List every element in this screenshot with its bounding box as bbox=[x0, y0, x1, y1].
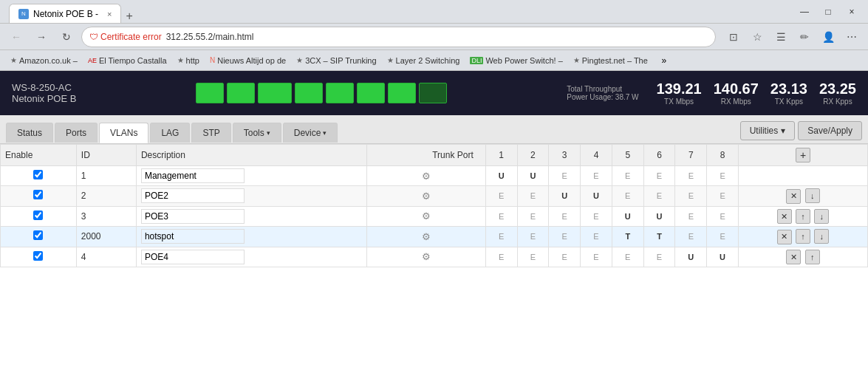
maximize-button[interactable]: □ bbox=[818, 4, 838, 19]
enable-checkbox-2[interactable] bbox=[33, 190, 43, 199]
bookmark-webpower[interactable]: DLI Web Power Switch! – bbox=[465, 55, 567, 66]
device-header: WS-8-250-AC Netonix POE B Total Throughp… bbox=[0, 71, 868, 115]
col-port-7: 7 bbox=[675, 145, 707, 166]
enable-checkbox-3[interactable] bbox=[33, 210, 43, 220]
port-1-8: E bbox=[707, 166, 739, 186]
settings-button[interactable]: ☰ bbox=[770, 27, 791, 47]
actions-2: ✕ ↓ bbox=[738, 186, 867, 207]
bookmark-3cx-star-icon: ★ bbox=[296, 56, 303, 64]
enable-checkbox-5[interactable] bbox=[33, 251, 43, 261]
bookmark-button[interactable]: ☆ bbox=[747, 27, 768, 47]
bookmark-amazon[interactable]: ★ Amazon.co.uk – bbox=[6, 55, 82, 66]
port-3-6: U bbox=[643, 206, 675, 227]
move-up-row-5-button[interactable]: ↑ bbox=[805, 250, 820, 264]
gear-icon-2[interactable]: ⚙ bbox=[422, 191, 431, 202]
enable-cell-4 bbox=[1, 227, 77, 247]
move-down-row-2-button[interactable]: ↓ bbox=[805, 188, 820, 203]
reader-mode-button[interactable]: ⊡ bbox=[723, 27, 744, 47]
port-indicator-1 bbox=[196, 83, 224, 103]
delete-row-5-button[interactable]: ✕ bbox=[786, 250, 801, 264]
back-button[interactable]: ← bbox=[6, 27, 27, 47]
tab-device[interactable]: Device ▾ bbox=[283, 123, 338, 143]
enable-checkbox-4[interactable] bbox=[33, 230, 43, 240]
gear-icon-4[interactable]: ⚙ bbox=[422, 231, 431, 242]
tab-close-button[interactable]: × bbox=[107, 10, 112, 18]
delete-row-4-button[interactable]: ✕ bbox=[777, 230, 792, 244]
customize-button[interactable]: ✏ bbox=[794, 27, 815, 47]
delete-row-2-button[interactable]: ✕ bbox=[786, 189, 801, 204]
gear-icon-5[interactable]: ⚙ bbox=[422, 251, 431, 262]
cert-error-indicator: 🛡 Certificate error bbox=[89, 32, 162, 42]
col-port-2: 2 bbox=[517, 145, 549, 166]
stats-right: 139.21 TX Mbps 140.67 RX Mbps 23.13 TX K… bbox=[657, 81, 856, 106]
bookmark-n-icon: N bbox=[210, 56, 215, 64]
desc-input-1[interactable] bbox=[141, 168, 245, 183]
delete-row-3-button[interactable]: ✕ bbox=[777, 209, 792, 224]
tab-status[interactable]: Status bbox=[6, 123, 53, 143]
id-cell-3: 3 bbox=[76, 206, 136, 227]
port-4-7: E bbox=[675, 227, 707, 247]
port-1-3: E bbox=[549, 166, 581, 186]
window-controls: — □ × bbox=[794, 4, 862, 19]
bookmark-layer2[interactable]: ★ Layer 2 Switching bbox=[383, 55, 465, 66]
rx-kpps-value: 23.25 bbox=[819, 81, 856, 97]
action-buttons: Utilities ▾ Save/Apply bbox=[740, 121, 862, 143]
trunk-cell-1: ⚙ bbox=[367, 166, 485, 186]
desc-cell-3 bbox=[136, 206, 366, 227]
add-vlan-button[interactable]: + bbox=[796, 148, 810, 162]
tx-mbps-value: 139.21 bbox=[657, 81, 702, 97]
desc-cell-2 bbox=[136, 186, 366, 207]
gear-icon-3[interactable]: ⚙ bbox=[422, 210, 431, 222]
move-up-row-3-button[interactable]: ↑ bbox=[796, 209, 810, 224]
port-5-7: U bbox=[675, 247, 707, 267]
move-up-row-4-button[interactable]: ↑ bbox=[796, 229, 810, 244]
move-down-row-4-button[interactable]: ↓ bbox=[814, 229, 829, 244]
device-model: WS-8-250-AC bbox=[12, 82, 76, 93]
col-port-8: 8 bbox=[707, 145, 739, 166]
bookmark-nieuws[interactable]: N Nieuws Altijd op de bbox=[205, 55, 290, 66]
rx-mbps-label: RX Mbps bbox=[721, 97, 751, 106]
move-down-row-3-button[interactable]: ↓ bbox=[814, 209, 829, 224]
tab-lag[interactable]: LAG bbox=[150, 123, 190, 143]
save-apply-button[interactable]: Save/Apply bbox=[798, 121, 862, 140]
port-4-2: E bbox=[517, 227, 549, 247]
bookmark-http[interactable]: ★ http bbox=[173, 55, 204, 66]
power-label: Power Usage: 38.7 W bbox=[567, 93, 638, 101]
enable-cell-5 bbox=[1, 247, 77, 267]
port-3-3: E bbox=[549, 206, 581, 227]
tab-vlans[interactable]: VLANs bbox=[99, 123, 148, 143]
tab-tools[interactable]: Tools ▾ bbox=[233, 123, 281, 143]
bookmark-dli-icon: DLI bbox=[470, 57, 483, 64]
main-nav: Status Ports VLANs LAG STP Tools ▾ Devic… bbox=[0, 115, 868, 144]
desc-input-2[interactable] bbox=[141, 188, 245, 203]
table-row: 3 ⚙ E E E E U U E E ✕ ↑ bbox=[1, 206, 868, 227]
forward-button[interactable]: → bbox=[31, 27, 52, 47]
close-button[interactable]: × bbox=[841, 4, 862, 19]
profile-button[interactable]: 👤 bbox=[818, 27, 838, 47]
url-bar[interactable]: 🛡 Certificate error 312.25.55.2/main.htm… bbox=[81, 27, 716, 47]
desc-input-5[interactable] bbox=[141, 250, 245, 264]
minimize-button[interactable]: — bbox=[794, 4, 815, 19]
desc-input-4[interactable] bbox=[141, 229, 245, 244]
port-indicator-7 bbox=[388, 83, 416, 103]
id-cell-2: 2 bbox=[76, 186, 136, 207]
tab-ports[interactable]: Ports bbox=[55, 123, 98, 143]
refresh-button[interactable]: ↻ bbox=[56, 27, 77, 47]
desc-input-3[interactable] bbox=[141, 209, 245, 224]
col-port-5: 5 bbox=[612, 145, 643, 166]
port-1-4: E bbox=[581, 166, 612, 186]
new-tab-button[interactable]: + bbox=[126, 10, 132, 23]
bookmark-3cx[interactable]: ★ 3CX – SIP Trunking bbox=[292, 55, 380, 66]
browser-tab[interactable]: N Netonix POE B - × bbox=[9, 4, 121, 23]
tab-stp[interactable]: STP bbox=[191, 123, 230, 143]
utilities-button[interactable]: Utilities ▾ bbox=[740, 121, 796, 140]
bookmark-eltiempo[interactable]: AE El Tiempo Castalla bbox=[83, 55, 171, 66]
menu-button[interactable]: ⋯ bbox=[841, 27, 862, 47]
actions-1 bbox=[738, 166, 867, 186]
gear-icon-1[interactable]: ⚙ bbox=[422, 171, 431, 182]
bookmarks-more-button[interactable]: » bbox=[657, 53, 671, 68]
bookmark-pingtest[interactable]: ★ Pingtest.net – The bbox=[569, 55, 652, 66]
tab-label: Netonix POE B - bbox=[33, 9, 98, 19]
enable-checkbox-1[interactable] bbox=[33, 170, 43, 179]
port-5-2: E bbox=[517, 247, 549, 267]
